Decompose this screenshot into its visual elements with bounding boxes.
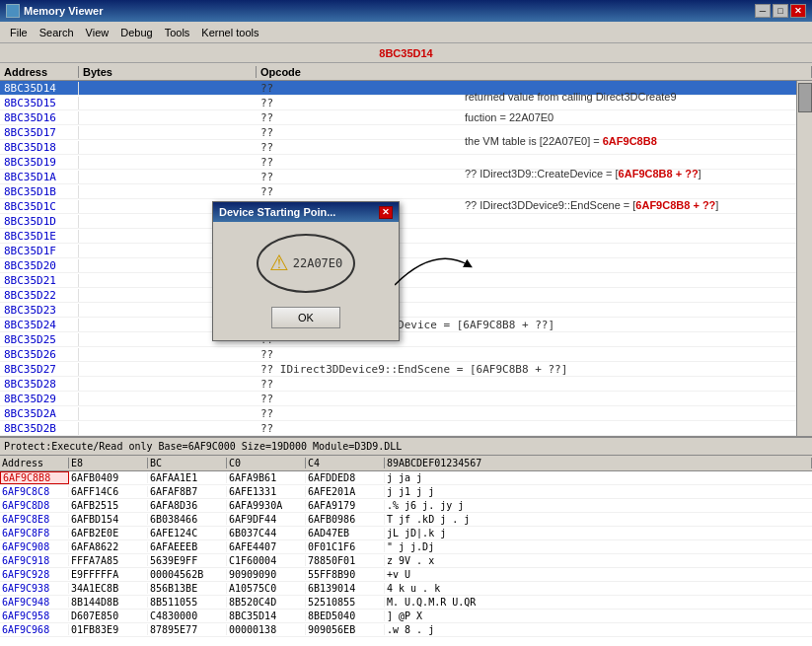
memory-row[interactable]: 8BC35D22?? (0, 288, 812, 303)
dialog-close-button[interactable]: ✕ (379, 206, 393, 219)
bottom-e8-cell: 34A1EC8B (69, 583, 148, 594)
memory-row[interactable]: 8BC35D20?? (0, 258, 812, 273)
dialog-ok-button[interactable]: OK (271, 307, 340, 328)
bottom-c0-cell: 6AFA9B61 (227, 472, 306, 483)
bottom-e8-cell: 6AFF14C6 (69, 486, 148, 497)
menu-tools[interactable]: Tools (159, 25, 196, 40)
memory-row[interactable]: 8BC35D2A?? (0, 406, 812, 421)
mem-address-cell: 8BC35D1D (0, 215, 79, 228)
menu-debug[interactable]: Debug (114, 25, 158, 40)
bottom-row[interactable]: 6AF9C9086AFA86226AFAEEEB6AFE44070F01C1F6… (0, 540, 812, 554)
bottom-address-cell: 6AF9C8B8 (0, 471, 69, 484)
bottom-row[interactable]: 6AF9C8B86AFB04096AFAA1E16AFA9B616AFDDED8… (0, 471, 812, 485)
bottom-row[interactable]: 6AF9C8D86AFB25156AFA8D366AFA9930A6AFA917… (0, 499, 812, 513)
bottom-c0-cell: 90909090 (227, 569, 306, 580)
bottom-row[interactable]: 6AF9C8F86AFB2E0E6AFE124C6B037C446AD47EBj… (0, 527, 812, 540)
bottom-c4-cell: 0F01C1F6 (306, 541, 385, 552)
main-area: Address Bytes Opcode 8BC35D14??8BC35D15?… (0, 63, 812, 646)
annotation-end-scene: ?? IDirect3DDevice9::EndScene = [6AF9C8B… (465, 197, 804, 214)
mem-address-cell: 8BC35D19 (0, 156, 79, 169)
bottom-ascii-cell: +v U (385, 569, 812, 580)
bottom-e8-cell: 6AFB2515 (69, 500, 148, 511)
bottom-bc-cell: 5639E9FF (148, 555, 227, 566)
memory-row[interactable]: 8BC35D25?? (0, 332, 812, 347)
bottom-bc-cell: 8B511055 (148, 597, 227, 608)
memory-row[interactable]: 8BC35D1E?? (0, 229, 812, 244)
dialog-box: Device STarting Poin... ✕ ⚠ 22A07E0 OK (212, 201, 400, 341)
bottom-c4-cell: 78850F01 (306, 555, 385, 566)
bottom-row[interactable]: 6AF9C93834A1EC8B856B13BEA10575C06B139014… (0, 582, 812, 596)
mem-opcode-cell: ?? (257, 378, 812, 391)
bottom-table-header: Address E8 BC C0 C4 89ABCDEF01234567 (0, 456, 812, 471)
mem-address-cell: 8BC35D20 (0, 259, 79, 272)
bottom-c4-cell: 6AD47EB (306, 528, 385, 538)
bottom-row[interactable]: 6AF9C958D607E850C48300008BC35D148BED5040… (0, 610, 812, 623)
bottom-header-bc: BC (148, 458, 227, 468)
bottom-address-cell: 6AF9C918 (0, 555, 69, 566)
memory-row[interactable]: 8BC35D2B?? (0, 421, 812, 436)
bottom-c0-cell: 6AFE4407 (227, 541, 306, 552)
maximize-button[interactable]: □ (773, 4, 788, 18)
bottom-e8-cell: 6AFB0409 (69, 472, 148, 483)
annotation-line3: the VM table is [22A07E0] = 6AF9C8B8 (465, 133, 804, 150)
mem-address-cell: 8BC35D1E (0, 230, 79, 243)
bottom-address-cell: 6AF9C958 (0, 610, 69, 621)
mem-opcode-cell: ?? (257, 407, 812, 420)
bottom-c0-cell: 8B520C4D (227, 597, 306, 608)
mem-address-cell: 8BC35D28 (0, 378, 79, 391)
mem-address-cell: 8BC35D23 (0, 304, 79, 317)
mem-opcode-cell: ?? (257, 393, 812, 405)
bottom-c4-cell: 909056EB (306, 624, 385, 635)
menu-search[interactable]: Search (34, 25, 80, 40)
dialog-icon-area: ⚠ 22A07E0 (257, 234, 355, 293)
memory-row[interactable]: 8BC35D1F?? (0, 244, 812, 258)
mem-address-cell: 8BC35D22 (0, 289, 79, 302)
annotation-area: returned value from calling Direct3DCrea… (457, 81, 812, 226)
bottom-header-e8: E8 (69, 458, 148, 468)
menu-kernel-tools[interactable]: Kernel tools (195, 25, 264, 40)
mem-address-cell: 8BC35D15 (0, 97, 79, 109)
memory-row[interactable]: 8BC35D27?? IDirect3DDevice9::EndScene = … (0, 362, 812, 377)
memory-row[interactable]: 8BC35D29?? (0, 392, 812, 406)
menu-file[interactable]: File (4, 25, 34, 40)
memory-table-header: Address Bytes Opcode (0, 63, 812, 81)
bottom-ascii-cell: 4 k u . k (385, 583, 812, 594)
close-button[interactable]: ✕ (790, 4, 806, 18)
bottom-address-cell: 6AF9C948 (0, 597, 69, 608)
title-bar-controls: ─ □ ✕ (755, 4, 806, 18)
bottom-row[interactable]: 6AF9C96801FB83E987895E7700000138909056EB… (0, 623, 812, 637)
bottom-row[interactable]: 6AF9C928E9FFFFFA00004562B9090909055FF8B9… (0, 568, 812, 582)
memory-row[interactable]: 8BC35D26?? (0, 347, 812, 362)
bottom-e8-cell: 6AFBD154 (69, 514, 148, 525)
bottom-address-cell: 6AF9C928 (0, 569, 69, 580)
mem-address-cell: 8BC35D25 (0, 333, 79, 346)
menu-view[interactable]: View (80, 25, 115, 40)
bottom-header-address: Address (0, 458, 69, 468)
bottom-bc-cell: 00004562B (148, 569, 227, 580)
bottom-c4-cell: 52510855 (306, 597, 385, 608)
bottom-address-cell: 6AF9C968 (0, 624, 69, 635)
bottom-header-ascii: 89ABCDEF01234567 (385, 458, 812, 468)
bottom-bc-cell: 6AFE124C (148, 528, 227, 538)
mem-opcode-cell: ?? IDirect3DDevice9::EndScene = [6AF9C8B… (257, 363, 812, 376)
app-title: Memory Viewer (24, 5, 104, 17)
memory-row[interactable]: 8BC35D23?? (0, 303, 812, 318)
bottom-e8-cell: FFFA7A85 (69, 555, 148, 566)
bottom-row[interactable]: 6AF9C918FFFA7A855639E9FFC1F6000478850F01… (0, 554, 812, 568)
header-opcode: Opcode (257, 66, 812, 78)
bottom-row[interactable]: 6AF9C8C86AFF14C66AFAF8B76AFE13316AFE201A… (0, 485, 812, 499)
memory-row[interactable]: 8BC35D21?? (0, 273, 812, 288)
bottom-bc-cell: 6AFAEEEB (148, 541, 227, 552)
memory-row[interactable]: 8BC35D24?? IDirect3D9::CreateDevice = [6… (0, 318, 812, 332)
memory-top-section: Address Bytes Opcode 8BC35D14??8BC35D15?… (0, 63, 812, 438)
bottom-e8-cell: 01FB83E9 (69, 624, 148, 635)
bottom-address-cell: 6AF9C938 (0, 583, 69, 594)
minimize-button[interactable]: ─ (755, 4, 771, 18)
bottom-row[interactable]: 6AF9C9488B144D8B8B5110558B520C4D52510855… (0, 596, 812, 610)
bottom-row[interactable]: 6AF9C8E86AFBD1546B0384666AF9DF446AFB0986… (0, 513, 812, 527)
bottom-ascii-cell: " j j.Dj (385, 541, 812, 552)
bottom-c4-cell: 55FF8B90 (306, 569, 385, 580)
mem-address-cell: 8BC35D24 (0, 319, 79, 331)
memory-row[interactable]: 8BC35D28?? (0, 377, 812, 392)
warning-icon: ⚠ (269, 251, 289, 276)
